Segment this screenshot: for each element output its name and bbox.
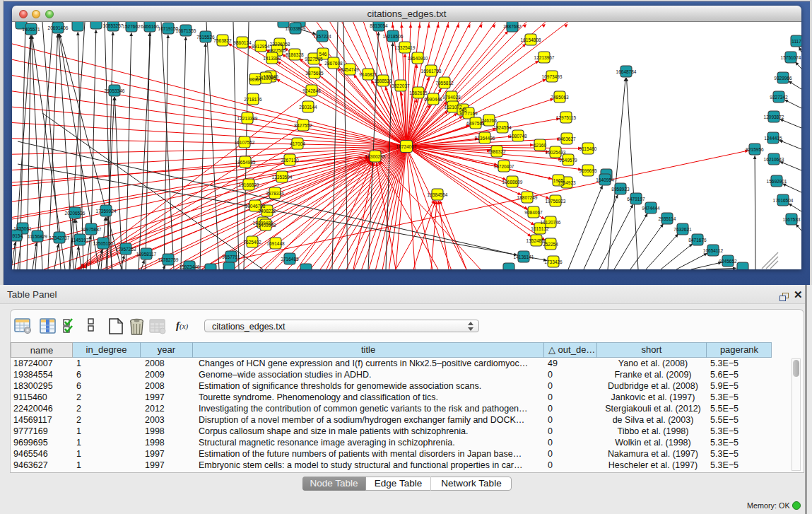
svg-text:20691406: 20691406 (48, 25, 69, 30)
svg-text:30975887: 30975887 (81, 227, 102, 232)
svg-text:8958923: 8958923 (611, 187, 630, 192)
svg-text:19218506: 19218506 (383, 34, 404, 39)
svg-text:9549579: 9549579 (559, 158, 577, 163)
svg-text:9227342: 9227342 (770, 95, 788, 100)
svg-text:1691448: 1691448 (266, 241, 285, 246)
svg-text:9860124: 9860124 (233, 40, 252, 45)
svg-text:2887682: 2887682 (503, 24, 522, 29)
svg-text:1413382: 1413382 (263, 56, 281, 61)
svg-text:17957253: 17957253 (116, 247, 136, 252)
svg-text:12975115: 12975115 (556, 115, 577, 120)
svg-text:1167533: 1167533 (783, 217, 801, 222)
svg-text:3878334: 3878334 (266, 191, 284, 196)
svg-text:10025433: 10025433 (546, 150, 566, 155)
svg-text:11156829: 11156829 (28, 234, 47, 239)
svg-text:2718176: 2718176 (244, 97, 262, 102)
svg-text:13353594: 13353594 (272, 175, 293, 180)
svg-text:17016504: 17016504 (773, 198, 794, 203)
svg-text:746266: 746266 (481, 118, 497, 123)
svg-text:21364436: 21364436 (475, 136, 495, 141)
svg-text:1145193: 1145193 (71, 238, 89, 243)
svg-text:3267130: 3267130 (281, 158, 299, 163)
svg-text:12213967: 12213967 (534, 55, 555, 60)
svg-text:6990448: 6990448 (424, 97, 442, 102)
svg-text:1527602: 1527602 (122, 24, 141, 29)
svg-text:9699695: 9699695 (579, 168, 597, 173)
svg-text:1824554: 1824554 (493, 125, 512, 130)
svg-text:9084067: 9084067 (524, 210, 543, 215)
svg-text:12093872: 12093872 (764, 115, 784, 119)
svg-text:8471676: 8471676 (688, 238, 707, 243)
svg-text:16409948: 16409948 (256, 223, 276, 228)
svg-text:6479197: 6479197 (627, 197, 645, 201)
svg-text:16107552: 16107552 (235, 140, 255, 145)
svg-text:12213389: 12213389 (237, 116, 258, 121)
svg-text:7515526: 7515526 (196, 35, 215, 40)
svg-text:9329966: 9329966 (774, 76, 792, 81)
svg-text:19384554: 19384554 (428, 192, 448, 197)
svg-text:9146821: 9146821 (359, 72, 377, 77)
svg-text:19756923: 19756923 (546, 199, 566, 204)
svg-text:3822037: 3822037 (392, 83, 410, 88)
svg-text:1733426: 1733426 (544, 259, 563, 264)
svg-text:417004: 417004 (290, 141, 305, 146)
svg-text:9242848: 9242848 (302, 88, 321, 93)
svg-text:13325419: 13325419 (395, 45, 416, 50)
svg-text:9657791: 9657791 (222, 255, 240, 259)
svg-text:1405571: 1405571 (22, 27, 40, 32)
svg-text:7955812: 7955812 (435, 81, 454, 86)
svg-text:62160: 62160 (534, 143, 546, 148)
svg-text:7485063: 7485063 (551, 95, 569, 100)
svg-text:9794028: 9794028 (442, 95, 461, 100)
svg-text:2803144: 2803144 (299, 105, 317, 110)
svg-text:15923446: 15923446 (180, 264, 200, 269)
svg-text:18807249: 18807249 (517, 195, 538, 200)
svg-text:18300295: 18300295 (365, 154, 386, 159)
svg-text:16648784: 16648784 (616, 69, 637, 74)
svg-text:1640954: 1640954 (596, 177, 614, 182)
svg-text:9474444: 9474444 (642, 206, 660, 211)
svg-text:8186328: 8186328 (286, 52, 304, 57)
svg-text:23226058: 23226058 (270, 42, 290, 47)
svg-text:14136141: 14136141 (514, 255, 534, 259)
svg-text:16782759: 16782759 (158, 257, 179, 262)
svg-text:7357224: 7357224 (313, 34, 331, 39)
svg-text:17359924: 17359924 (96, 209, 117, 214)
svg-text:9327505: 9327505 (305, 57, 323, 62)
svg-text:98961: 98961 (249, 77, 261, 82)
svg-text:252254: 252254 (543, 242, 558, 247)
svg-text:1117: 1117 (792, 39, 801, 44)
svg-text:10120746: 10120746 (541, 220, 561, 225)
svg-text:2867608: 2867608 (324, 61, 343, 66)
svg-text:1588520: 1588520 (374, 78, 392, 83)
svg-text:18640910: 18640910 (408, 56, 428, 61)
svg-text:7632621: 7632621 (673, 227, 692, 232)
svg-text:9827505: 9827505 (268, 48, 286, 53)
svg-text:1435061: 1435061 (13, 226, 32, 231)
svg-text:8215956: 8215956 (746, 147, 764, 152)
svg-text:10688609: 10688609 (502, 180, 523, 185)
svg-text:15720407: 15720407 (494, 164, 514, 169)
svg-text:18724007: 18724007 (396, 144, 417, 149)
svg-text:9115460: 9115460 (579, 146, 597, 151)
svg-text:15751074: 15751074 (781, 55, 801, 60)
svg-text:6466160: 6466160 (141, 24, 159, 29)
svg-text:10958117: 10958117 (136, 252, 157, 257)
svg-text:2935114: 2935114 (659, 216, 676, 221)
svg-text:15692901: 15692901 (767, 179, 787, 184)
svg-text:9777169: 9777169 (459, 111, 478, 116)
svg-text:16154808: 16154808 (521, 37, 541, 42)
svg-text:12505155: 12505155 (93, 241, 114, 246)
svg-text:3875685: 3875685 (305, 71, 324, 76)
svg-text:16671355: 16671355 (176, 28, 196, 33)
svg-text:10654112: 10654112 (703, 248, 724, 253)
svg-text:19166829: 19166829 (239, 182, 259, 187)
svg-text:8454749: 8454749 (341, 67, 359, 72)
svg-text:10046798: 10046798 (245, 204, 266, 209)
svg-text:1615132: 1615132 (531, 226, 549, 231)
svg-text:8813054: 8813054 (370, 23, 388, 28)
svg-text:7563822: 7563822 (213, 38, 232, 43)
svg-text:19654985: 19654985 (235, 160, 256, 165)
svg-text:12342737: 12342737 (49, 235, 70, 240)
svg-text:3716485: 3716485 (281, 257, 299, 262)
